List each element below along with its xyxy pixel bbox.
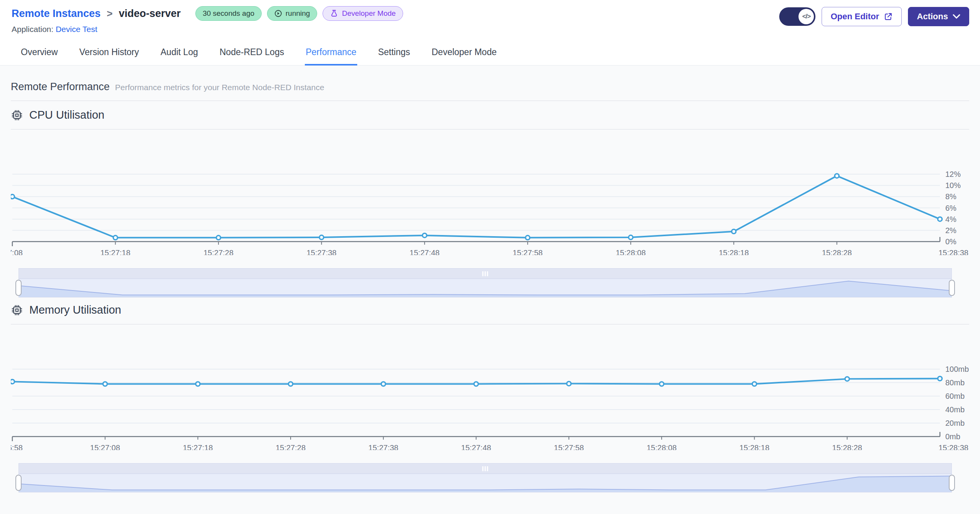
page-header: Remote Instances > video-server 30 secon… [0, 0, 980, 34]
beaker-icon [330, 9, 338, 18]
data-point [422, 233, 427, 237]
divider [11, 101, 969, 101]
code-icon: </> [798, 9, 814, 24]
cpu-brush-minimap[interactable] [18, 279, 952, 297]
breadcrumb: Remote Instances > video-server 30 secon… [12, 6, 403, 21]
actions-button[interactable]: Actions [908, 7, 969, 26]
memory-brush-minimap[interactable] [18, 474, 952, 492]
main-content: Remote Performance Performance metrics f… [0, 66, 980, 514]
data-point [732, 229, 736, 233]
data-point [835, 174, 839, 178]
open-editor-label: Open Editor [830, 12, 879, 22]
tab-overview[interactable]: Overview [20, 42, 59, 65]
x-axis-label: 7:08 [11, 249, 23, 255]
x-axis-label: 15:27:08 [90, 443, 120, 450]
divider [11, 129, 969, 129]
running-status-label: running [286, 9, 310, 18]
page-title-row: Remote Performance Performance metrics f… [11, 81, 969, 93]
x-axis-label: 15:28:08 [647, 443, 677, 450]
data-point [113, 235, 118, 240]
x-axis-label: 15:27:18 [101, 249, 131, 255]
y-axis-label: 100mb [945, 365, 969, 373]
x-axis-label: 15:27:48 [410, 249, 440, 255]
page-subtitle: Performance metrics for your Remote Node… [115, 83, 324, 92]
memory-minimap-area [19, 474, 952, 492]
x-axis-label: 15:27:28 [203, 249, 234, 255]
tab-audit-log[interactable]: Audit Log [160, 42, 199, 65]
application-link[interactable]: Device Test [55, 25, 97, 34]
y-axis-label: 80mb [945, 378, 965, 387]
y-axis-label: 12% [945, 170, 961, 178]
cpu-brush-track[interactable] [18, 268, 952, 279]
data-point [938, 376, 942, 381]
actions-label: Actions [917, 12, 948, 22]
y-axis-label: 0mb [945, 432, 960, 441]
play-circle-icon [274, 10, 282, 17]
cpu-chart: 12%10%8%6%4%2%0%7:0815:27:1815:27:2815:2… [11, 132, 969, 255]
memory-chart: 100mb80mb60mb40mb20mb0mb6:5815:27:0815:2… [11, 327, 969, 450]
cpu-brush-right-handle[interactable] [949, 280, 955, 296]
x-axis-label: 15:28:28 [832, 443, 862, 450]
x-axis-label: 6:58 [11, 443, 23, 450]
x-axis-label: 15:28:08 [616, 249, 646, 255]
application-label: Application: [12, 25, 54, 34]
last-seen-label: 30 seconds ago [203, 9, 254, 18]
running-status-badge: running [267, 6, 317, 21]
editor-toggle[interactable]: </> [779, 7, 815, 26]
memory-range-slider[interactable] [18, 463, 952, 492]
breadcrumb-parent-link[interactable]: Remote Instances [12, 8, 101, 20]
cpu-section-header: CPU Utilisation [11, 109, 969, 121]
breadcrumb-current: video-server [119, 8, 181, 20]
x-axis-label: 15:27:38 [368, 443, 398, 450]
y-axis-label: 6% [945, 204, 956, 212]
data-point [11, 195, 15, 199]
memory-brush-left-handle[interactable] [15, 475, 22, 491]
open-editor-button[interactable]: Open Editor [822, 7, 902, 26]
data-point [319, 235, 324, 240]
tab-version-history[interactable]: Version History [79, 42, 140, 65]
cpu-range-slider[interactable] [18, 268, 952, 297]
tab-performance[interactable]: Performance [305, 42, 357, 65]
last-seen-badge: 30 seconds ago [195, 6, 262, 21]
chevron-down-icon [953, 14, 960, 19]
x-axis-label: 15:28:18 [740, 443, 770, 450]
tab-settings[interactable]: Settings [377, 42, 411, 65]
y-axis-label: 40mb [945, 405, 965, 414]
data-point [474, 382, 478, 386]
data-point [752, 382, 756, 386]
memory-chip-icon [11, 304, 23, 316]
x-axis-label: 15:27:58 [554, 443, 584, 450]
cpu-section-title: CPU Utilisation [29, 109, 104, 121]
developer-mode-label: Developer Mode [342, 9, 395, 18]
y-axis-label: 4% [945, 215, 956, 223]
application-row: Application: Device Test [12, 25, 403, 34]
x-axis-label: 15:27:48 [461, 443, 491, 450]
data-point [526, 235, 530, 240]
header-actions: </> Open Editor Actions [779, 6, 969, 26]
x-axis-label: 15:28:38 [938, 249, 968, 255]
cpu-brush-left-handle[interactable] [15, 280, 22, 296]
x-axis-label: 15:28:28 [822, 249, 852, 255]
data-point [567, 381, 571, 386]
y-axis-label: 8% [945, 192, 956, 201]
data-point [938, 217, 942, 221]
cpu-brush-grip-icon[interactable] [482, 271, 488, 276]
data-point [659, 382, 664, 386]
cpu-chip-icon [11, 109, 23, 121]
cpu-minimap-area [19, 279, 952, 297]
status-badges: 30 seconds ago running Developer Mode [195, 6, 403, 21]
header-left: Remote Instances > video-server 30 secon… [12, 6, 403, 34]
memory-section-header: Memory Utilisation [11, 304, 969, 316]
data-point [629, 235, 633, 240]
tab-node-red-logs[interactable]: Node-RED Logs [219, 42, 285, 65]
y-axis-label: 20mb [945, 419, 965, 427]
data-point [845, 377, 849, 381]
memory-brush-right-handle[interactable] [949, 475, 955, 491]
y-axis-label: 60mb [945, 392, 965, 400]
x-axis-label: 15:27:58 [513, 249, 543, 255]
data-point [289, 382, 293, 386]
tab-developer-mode[interactable]: Developer Mode [431, 42, 498, 65]
memory-brush-grip-icon[interactable] [482, 466, 488, 471]
data-point [381, 382, 385, 386]
memory-brush-track[interactable] [18, 463, 952, 474]
